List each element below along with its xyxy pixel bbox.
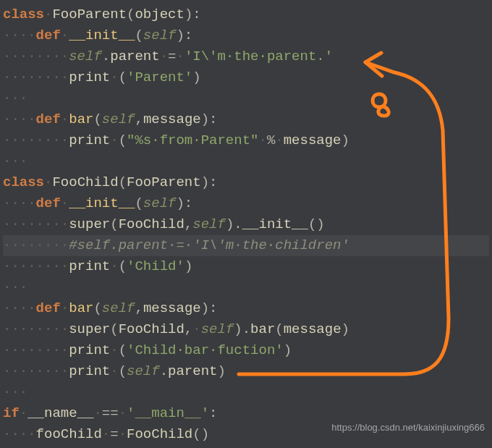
code-token: ( <box>275 321 283 337</box>
code-token: print <box>69 132 110 148</box>
code-token: ( <box>127 7 135 22</box>
code-token: FooParent <box>52 7 127 22</box>
code-token: ) <box>217 363 225 379</box>
code-token: ): <box>201 174 218 190</box>
code-block: class·FooParent(object): ····def·__init_… <box>0 0 492 448</box>
code-token: self <box>192 216 226 232</box>
code-token: () <box>192 426 209 442</box>
code-token: · <box>275 132 283 148</box>
code-token: , <box>135 300 143 316</box>
code-token: parent <box>168 363 217 379</box>
code-token: % <box>267 132 275 148</box>
code-line: ····def·__init__(self): <box>3 25 489 46</box>
code-line: ··· <box>3 382 489 403</box>
code-token: ( <box>119 69 127 85</box>
code-token: · <box>176 48 184 64</box>
code-token: 'Child·bar·fuction' <box>127 342 284 358</box>
code-token: ): <box>201 300 218 316</box>
code-line: ··· <box>3 277 489 298</box>
code-token: ) <box>342 132 349 148</box>
code-token: FooChild <box>127 426 192 442</box>
watermark-text: https://blog.csdn.net/kaixinjiuxing666 <box>331 417 485 438</box>
code-line: ········super(FooChild,·self).bar(messag… <box>3 319 489 340</box>
code-token: 'Parent' <box>127 69 192 85</box>
code-token: FooParent <box>127 174 201 190</box>
code-token: parent <box>110 48 159 64</box>
code-token: def <box>36 111 61 127</box>
code-token: ···· <box>3 300 36 316</box>
code-token: · <box>61 111 69 127</box>
code-token: = <box>110 426 118 442</box>
code-token: ········ <box>3 48 69 64</box>
code-token: def <box>36 300 61 316</box>
code-token: ········ <box>3 363 69 379</box>
code-token: ) <box>342 321 349 337</box>
code-token: 'I\'m·the·parent.' <box>184 48 333 64</box>
code-token: · <box>110 363 118 379</box>
code-token: bar <box>69 300 93 316</box>
code-token: · <box>61 300 69 316</box>
code-token: · <box>110 69 118 85</box>
code-line: class·FooChild(FooParent): <box>3 172 489 193</box>
code-token: . <box>160 363 168 379</box>
code-line: ········print·(self.parent) <box>3 361 489 382</box>
code-token: · <box>119 405 127 421</box>
code-token: · <box>110 132 118 148</box>
code-token: ). <box>234 321 250 337</box>
code-token: '__main__' <box>127 405 209 421</box>
code-token: ···· <box>3 426 36 442</box>
code-token: ··· <box>3 384 27 400</box>
code-token: #self.parent·=·'I\'m·the·children' <box>69 237 349 253</box>
code-token: ): <box>201 111 218 127</box>
code-token: self <box>201 321 234 337</box>
code-token: FooChild <box>119 321 184 337</box>
code-token: message <box>143 111 201 127</box>
code-token: ········ <box>3 342 69 358</box>
code-line: class·FooParent(object): <box>3 4 489 25</box>
code-line: ········print·('Child') <box>3 256 489 277</box>
code-token: ( <box>93 111 101 127</box>
code-token: ): <box>176 28 192 43</box>
code-token: def <box>36 28 61 43</box>
code-token: ··· <box>3 153 27 169</box>
code-line: ········print·('Child·bar·fuction') <box>3 340 489 361</box>
code-token: ········ <box>3 132 69 148</box>
code-token: __init__ <box>69 195 135 211</box>
code-token: class <box>3 7 44 22</box>
code-token: __name__ <box>27 405 93 421</box>
code-token: message <box>143 300 201 316</box>
code-token: FooChild <box>52 174 118 190</box>
code-token: "%s·from·Parent" <box>127 132 258 148</box>
code-token: · <box>20 405 27 421</box>
code-token: self <box>69 48 102 64</box>
code-line: ··· <box>3 88 489 109</box>
code-token: , <box>135 111 143 127</box>
code-token: ···· <box>3 195 36 211</box>
code-token: · <box>258 132 266 148</box>
code-token: : <box>209 405 217 421</box>
code-token: ( <box>119 342 127 358</box>
code-token: ········ <box>3 258 69 274</box>
code-token: · <box>110 258 118 274</box>
code-token: () <box>308 216 325 232</box>
code-line: ········self.parent·=·'I\'m·the·parent.' <box>3 46 489 67</box>
code-token: · <box>110 342 118 358</box>
code-token: . <box>102 48 110 64</box>
code-line: ····def·__init__(self): <box>3 193 489 214</box>
code-token: FooChild <box>119 216 184 232</box>
code-token: super <box>69 321 110 337</box>
code-token: ···· <box>3 111 36 127</box>
code-token: · <box>61 28 69 43</box>
code-line: ········print·('Parent') <box>3 67 489 88</box>
code-token: ········ <box>3 237 69 253</box>
code-token: · <box>160 48 168 64</box>
code-token: , <box>184 216 192 232</box>
code-token: · <box>119 426 127 442</box>
code-token: print <box>69 342 110 358</box>
code-token: · <box>192 321 200 337</box>
code-token: ( <box>135 28 143 43</box>
code-token: ···· <box>3 28 36 43</box>
code-token: ········ <box>3 69 69 85</box>
code-token: self <box>143 28 177 43</box>
code-token: print <box>69 363 110 379</box>
